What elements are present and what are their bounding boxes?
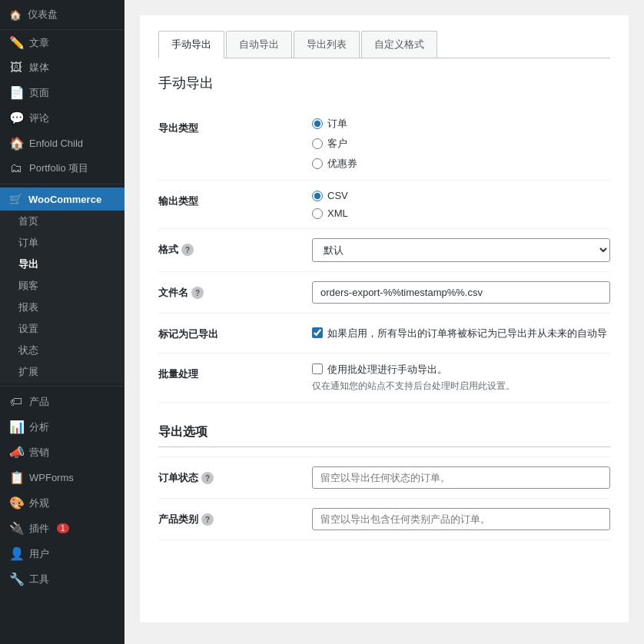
tab-bar: 手动导出 自动导出 导出列表 自定义格式 xyxy=(158,31,610,58)
users-icon: 👤 xyxy=(9,546,23,561)
output-type-csv[interactable]: CSV xyxy=(312,190,610,201)
tab-export-list[interactable]: 导出列表 xyxy=(294,31,360,58)
batch-checkbox-row[interactable]: 使用批处理进行手动导出。 xyxy=(312,363,610,377)
sidebar-item-users[interactable]: 👤 用户 xyxy=(0,541,124,566)
main-content: 手动导出 自动导出 导出列表 自定义格式 手动导出 导出类型 订单 xyxy=(124,0,644,644)
sidebar-item-products[interactable]: 🏷 产品 xyxy=(0,390,124,414)
mark-exported-row: 标记为已导出 如果启用，所有导出的订单将被标记为已导出并从未来的自动导 xyxy=(158,314,610,354)
mark-exported-checkbox[interactable] xyxy=(312,327,323,338)
batch-label: 批量处理 xyxy=(158,354,312,403)
sidebar-item-analytics[interactable]: 📊 分析 xyxy=(0,414,124,440)
plugins-icon: 🔌 xyxy=(9,521,23,536)
output-type-radio-group: CSV XML xyxy=(312,190,610,219)
products-label: 产品 xyxy=(29,395,49,409)
sidebar-item-portfolio[interactable]: 🗂 Portfolio 项目 xyxy=(0,156,124,181)
media-icon: 🖼 xyxy=(9,61,23,75)
sidebar-logo: 🏠 仪表盘 xyxy=(0,0,124,30)
woo-settings[interactable]: 设置 xyxy=(0,318,124,340)
radio-customers[interactable] xyxy=(312,138,323,149)
export-type-orders[interactable]: 订单 xyxy=(312,117,610,131)
filename-label: 文件名 xyxy=(158,286,188,300)
product-category-label-cell: 产品类别 ? xyxy=(158,499,312,540)
radio-orders-label: 订单 xyxy=(327,117,347,131)
tab-auto-export[interactable]: 自动导出 xyxy=(226,31,292,58)
sidebar-item-marketing[interactable]: 📣 营销 xyxy=(0,440,124,465)
sidebar-item-comments[interactable]: 💬 评论 xyxy=(0,105,124,131)
radio-customers-label: 客户 xyxy=(327,137,347,151)
batch-text: 使用批处理进行手动导出。 xyxy=(327,363,447,377)
mark-exported-checkbox-row[interactable]: 如果启用，所有导出的订单将被标记为已导出并从未来的自动导 xyxy=(312,327,610,340)
order-status-label: 订单状态 xyxy=(158,471,198,485)
order-status-input-cell xyxy=(312,457,610,499)
sidebar-item-enfold-child[interactable]: 🏠 Enfold Child xyxy=(0,131,124,156)
batch-checkbox[interactable] xyxy=(312,363,323,374)
woo-home[interactable]: 首页 xyxy=(0,211,124,232)
radio-xml[interactable] xyxy=(312,208,323,219)
pages-icon: 📄 xyxy=(9,85,23,100)
sidebar-item-posts[interactable]: ✏️ 文章 xyxy=(0,30,124,55)
export-type-customers[interactable]: 客户 xyxy=(312,137,610,151)
filename-label-cell: 文件名 ? xyxy=(158,272,312,314)
marketing-label: 营销 xyxy=(29,446,49,460)
woo-header[interactable]: 🛒 WooCommerce xyxy=(0,188,124,211)
export-type-coupons[interactable]: 优惠券 xyxy=(312,157,610,171)
woo-export[interactable]: 导出 xyxy=(0,254,124,275)
format-select[interactable]: 默认 xyxy=(312,238,610,262)
analytics-label: 分析 xyxy=(29,420,49,434)
woo-label: WooCommerce xyxy=(28,194,101,205)
woo-orders[interactable]: 订单 xyxy=(0,232,124,254)
filename-input[interactable]: orders-export-%%timestamp%%.csv xyxy=(312,281,610,304)
order-status-help-icon[interactable]: ? xyxy=(201,472,214,484)
posts-icon: ✏️ xyxy=(9,35,23,50)
sidebar-item-media[interactable]: 🖼 媒体 xyxy=(0,55,124,80)
enfold-icon: 🏠 xyxy=(9,136,23,151)
pages-label: 页面 xyxy=(29,86,49,100)
plugins-badge: 1 xyxy=(57,523,69,533)
filename-help-icon[interactable]: ? xyxy=(191,287,204,299)
users-label: 用户 xyxy=(29,547,49,561)
order-status-row: 订单状态 ? xyxy=(158,457,610,499)
sidebar-item-tools[interactable]: 🔧 工具 xyxy=(0,566,124,592)
media-label: 媒体 xyxy=(29,61,49,75)
tools-icon: 🔧 xyxy=(9,572,23,586)
sidebar-item-plugins[interactable]: 🔌 插件 1 xyxy=(0,516,124,541)
tab-custom-format[interactable]: 自定义格式 xyxy=(361,31,437,58)
plugins-label: 插件 xyxy=(29,522,49,536)
sidebar-item-appearance[interactable]: 🎨 外观 xyxy=(0,490,124,516)
woo-reports[interactable]: 报表 xyxy=(0,297,124,318)
comments-icon: 💬 xyxy=(9,111,23,125)
radio-orders[interactable] xyxy=(312,118,323,129)
export-options-heading-row: 导出选项 xyxy=(158,403,610,457)
batch-row: 批量处理 使用批处理进行手动导出。 仅在通知您的站点不支持后台处理时启用此设置。 xyxy=(158,354,610,403)
output-type-row: 输出类型 CSV XML xyxy=(158,181,610,229)
tab-manual-export[interactable]: 手动导出 xyxy=(158,31,224,58)
radio-csv[interactable] xyxy=(312,191,323,201)
wpforms-label: WPForms xyxy=(29,472,74,483)
comments-label: 评论 xyxy=(29,111,49,125)
format-row: 格式 ? 默认 xyxy=(158,229,610,272)
radio-xml-label: XML xyxy=(327,207,348,219)
wpforms-icon: 📋 xyxy=(9,470,23,485)
analytics-icon: 📊 xyxy=(9,420,23,434)
product-category-input[interactable] xyxy=(312,508,610,530)
tools-label: 工具 xyxy=(29,573,49,586)
export-options-heading: 导出选项 xyxy=(158,424,610,447)
posts-label: 文章 xyxy=(29,36,49,50)
sidebar-item-pages[interactable]: 📄 页面 xyxy=(0,80,124,105)
format-help-icon[interactable]: ? xyxy=(181,244,194,256)
radio-coupons[interactable] xyxy=(312,158,323,169)
order-status-input[interactable] xyxy=(312,466,610,489)
output-type-label: 输出类型 xyxy=(158,181,312,229)
appearance-label: 外观 xyxy=(29,496,49,510)
filename-input-cell: orders-export-%%timestamp%%.csv xyxy=(312,272,610,314)
woo-status[interactable]: 状态 xyxy=(0,340,124,361)
woo-customers[interactable]: 顾客 xyxy=(0,275,124,297)
output-type-xml[interactable]: XML xyxy=(312,207,610,219)
format-label: 格式 xyxy=(158,243,178,257)
enfold-label: Enfold Child xyxy=(29,138,83,149)
product-category-help-icon[interactable]: ? xyxy=(201,513,214,526)
woo-extend[interactable]: 扩展 xyxy=(0,361,124,383)
product-category-label: 产品类别 xyxy=(158,513,198,526)
sidebar-item-wpforms[interactable]: 📋 WPForms xyxy=(0,465,124,490)
dashboard-label[interactable]: 仪表盘 xyxy=(28,8,58,22)
